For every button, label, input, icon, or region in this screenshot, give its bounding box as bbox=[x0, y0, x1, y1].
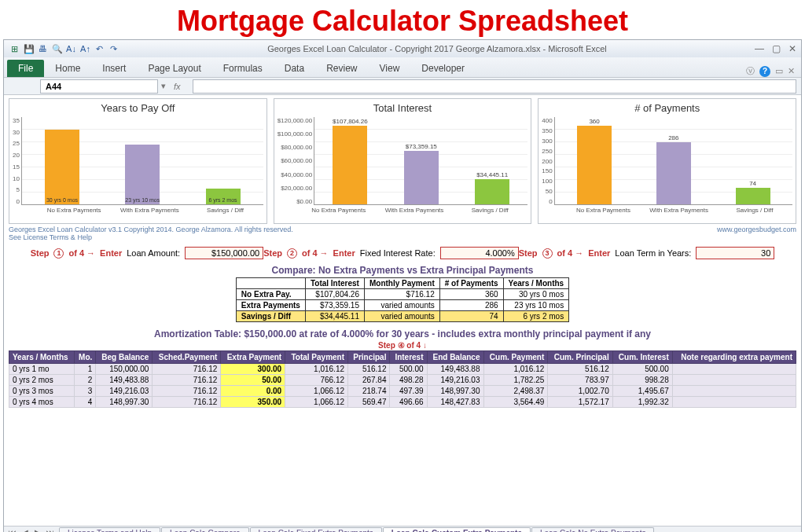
input-steps: Step 1 of 4 → Enter Loan Amount: $150,00… bbox=[9, 246, 796, 260]
minimize-icon[interactable]: — bbox=[755, 43, 764, 54]
step-input[interactable]: 4.000% bbox=[440, 247, 519, 259]
chart: # of Payments 40035030025020015010050036… bbox=[538, 98, 796, 224]
close-icon[interactable]: ✕ bbox=[788, 43, 796, 54]
tab-review[interactable]: Review bbox=[315, 60, 368, 77]
maximize-icon[interactable]: ▢ bbox=[772, 43, 781, 54]
name-box[interactable]: A44 bbox=[40, 79, 158, 94]
formula-bar-row: A44 ▾ fx bbox=[4, 78, 801, 95]
tab-insert[interactable]: Insert bbox=[91, 60, 137, 77]
tab-nav-next-icon[interactable]: ▶ bbox=[32, 528, 43, 532]
compare-table: Total InterestMonthly Payment# of Paymen… bbox=[236, 277, 569, 322]
window-close-icon[interactable]: ✕ bbox=[788, 66, 795, 76]
name-box-dropdown-icon[interactable]: ▾ bbox=[158, 81, 169, 91]
tab-home[interactable]: Home bbox=[44, 60, 91, 77]
tab-page-layout[interactable]: Page Layout bbox=[137, 60, 211, 77]
step-input[interactable]: $150,000.00 bbox=[185, 247, 263, 259]
step-4-label: Step ④ of 4 ↓ bbox=[9, 341, 796, 350]
tab-data[interactable]: Data bbox=[274, 60, 315, 77]
window-title: Georges Excel Loan Calculator - Copyrigh… bbox=[119, 44, 755, 53]
print-icon[interactable]: 🖶 bbox=[37, 43, 49, 55]
tab-view[interactable]: View bbox=[369, 60, 411, 77]
worksheet: Years to Pay Off 3530252015105030 yrs 0 … bbox=[4, 95, 801, 526]
excel-window: ⊞ 💾 🖶 🔍 A↓ A↑ ↶ ↷ Georges Excel Loan Cal… bbox=[3, 39, 802, 532]
sheet-tab[interactable]: License Terms and Help bbox=[59, 527, 160, 533]
help-icon[interactable]: ? bbox=[759, 66, 770, 77]
chart: Years to Pay Off 3530252015105030 yrs 0 … bbox=[9, 98, 267, 224]
tab-developer[interactable]: Developer bbox=[410, 60, 476, 77]
ribbon-minimize-icon[interactable]: ⓥ bbox=[746, 65, 755, 77]
tab-nav-first-icon[interactable]: ⏮ bbox=[7, 528, 18, 532]
sheet-tab[interactable]: Loan Calc-Compare bbox=[161, 527, 249, 533]
sheet-tab[interactable]: Loan Calc-Custom Extra Payments bbox=[383, 527, 531, 533]
quick-access-toolbar: ⊞ 💾 🖶 🔍 A↓ A↑ ↶ ↷ bbox=[9, 43, 119, 55]
titlebar: ⊞ 💾 🖶 🔍 A↓ A↑ ↶ ↷ Georges Excel Loan Cal… bbox=[4, 40, 801, 57]
save-icon[interactable]: 💾 bbox=[23, 43, 35, 55]
chart-title: # of Payments bbox=[542, 101, 792, 117]
sheet-tab[interactable]: Loan Calc-Fixed Extra Payments bbox=[250, 527, 382, 533]
preview-icon[interactable]: 🔍 bbox=[51, 43, 63, 55]
chart-title: Total Interest bbox=[278, 101, 528, 117]
tab-nav-last-icon[interactable]: ⏭ bbox=[45, 528, 56, 532]
amort-title: Amortization Table: $150,000.00 at rate … bbox=[9, 328, 796, 339]
window-restore-icon[interactable]: ▭ bbox=[775, 66, 783, 76]
tab-file[interactable]: File bbox=[7, 60, 44, 77]
chart-title: Years to Pay Off bbox=[13, 101, 263, 117]
tab-formulas[interactable]: Formulas bbox=[212, 60, 274, 77]
license-link[interactable]: See License Terms & Help bbox=[9, 233, 92, 241]
copyright-text: Georges Excel Loan Calculator v3.1 Copyr… bbox=[9, 226, 293, 233]
compare-title: Compare: No Extra Payments vs Extra Prin… bbox=[9, 265, 796, 276]
redo-icon[interactable]: ↷ bbox=[108, 43, 119, 55]
sort-desc-icon[interactable]: A↑ bbox=[79, 43, 91, 55]
site-url[interactable]: www.georgesbudget.com bbox=[717, 226, 796, 241]
undo-icon[interactable]: ↶ bbox=[94, 43, 105, 55]
amortization-table: Years / MonthsMo.Beg BalanceSched.Paymen… bbox=[9, 350, 796, 408]
chart: Total Interest $120,000.00$100,000.00$80… bbox=[274, 98, 532, 224]
step-input[interactable]: 30 bbox=[696, 247, 774, 259]
excel-icon: ⊞ bbox=[9, 43, 20, 55]
formula-bar[interactable] bbox=[193, 79, 796, 94]
sort-asc-icon[interactable]: A↓ bbox=[65, 43, 77, 55]
tab-nav-prev-icon[interactable]: ◀ bbox=[20, 528, 31, 532]
ribbon: File Home Insert Page Layout Formulas Da… bbox=[4, 57, 801, 78]
fx-icon[interactable]: fx bbox=[174, 82, 193, 91]
page-heading: Mortgage Calculator Spreadsheet bbox=[0, 0, 805, 39]
sheet-tab-bar: ⏮ ◀ ▶ ⏭ License Terms and HelpLoan Calc-… bbox=[4, 526, 801, 532]
sheet-tab[interactable]: Loan Calc-No Extra Payments bbox=[531, 527, 655, 533]
